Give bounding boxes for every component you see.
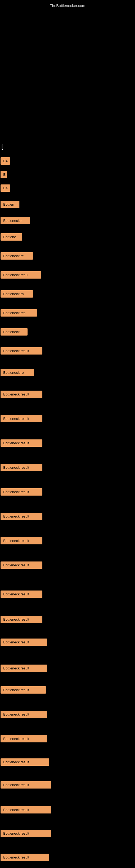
- site-title: TheBottlenecker.com: [0, 1, 135, 10]
- bottleneck-result-card[interactable]: Bottleneck ra: [1, 290, 33, 298]
- bottleneck-result-card[interactable]: Bottleneck result: [1, 664, 47, 672]
- bottleneck-result-card[interactable]: Bottleneck result: [1, 686, 46, 693]
- bottleneck-result-card[interactable]: Bottleneck result: [1, 488, 42, 496]
- bottleneck-result-card[interactable]: Bottleneck result: [1, 639, 47, 646]
- bottleneck-result-card[interactable]: Bottleneck re: [1, 369, 34, 376]
- bottleneck-result-card[interactable]: Bottleneck result: [1, 464, 42, 471]
- bottleneck-result-card[interactable]: Bottleneck result: [1, 415, 42, 422]
- bottleneck-result-card[interactable]: Bottleneck result: [1, 830, 51, 837]
- bottleneck-result-card[interactable]: Bottlen: [1, 201, 19, 208]
- bottleneck-result-card[interactable]: E: [1, 171, 7, 178]
- bottleneck-result-card[interactable]: Bottleneck result: [1, 781, 51, 788]
- bottleneck-result-card[interactable]: Bottleneck: [1, 328, 28, 336]
- bottleneck-result-card[interactable]: Bottleneck r: [1, 217, 30, 224]
- bottleneck-result-card[interactable]: Bottleneck res: [1, 309, 37, 316]
- bottleneck-result-card[interactable]: Bottleneck result: [1, 758, 49, 766]
- bottleneck-result-card[interactable]: Bottleneck result: [1, 439, 42, 447]
- bottleneck-result-card[interactable]: Bottleneck resul: [1, 271, 41, 279]
- bottleneck-result-card[interactable]: Bottleneck result: [1, 616, 42, 623]
- bottleneck-result-card[interactable]: Bottleneck re: [1, 252, 33, 259]
- bracket-label: [: [1, 144, 3, 150]
- bottleneck-result-card[interactable]: Bottleneck result: [1, 806, 51, 813]
- bottleneck-result-card[interactable]: Bottleneck result: [1, 735, 47, 742]
- bottleneck-result-card[interactable]: B4: [1, 184, 10, 192]
- bottleneck-result-card[interactable]: Bottlene: [1, 233, 22, 241]
- bottleneck-result-card[interactable]: Bottleneck result: [1, 537, 42, 545]
- bottleneck-result-card[interactable]: Bottleneck result: [1, 391, 42, 398]
- bottleneck-result-card[interactable]: Bottleneck result: [1, 561, 42, 569]
- bottleneck-result-card[interactable]: Bottleneck result: [1, 347, 42, 354]
- bottleneck-result-card[interactable]: Bottleneck result: [1, 513, 42, 520]
- bottleneck-result-card[interactable]: Bottleneck result: [1, 590, 42, 598]
- bottleneck-result-card[interactable]: Bottleneck result: [1, 711, 47, 718]
- bottleneck-result-card[interactable]: Bottleneck result: [1, 854, 49, 861]
- bottleneck-result-card[interactable]: B4: [1, 157, 10, 165]
